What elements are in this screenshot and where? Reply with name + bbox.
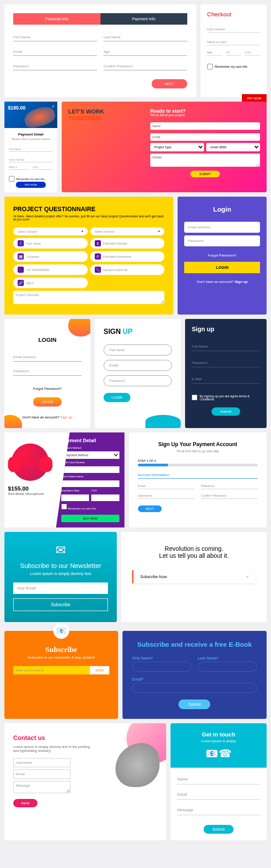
password-input[interactable] [184,235,260,246]
name-on-card-input[interactable] [207,39,260,45]
email-input[interactable] [13,769,71,779]
subject-select[interactable] [18,230,79,233]
card-number-input[interactable] [9,157,53,162]
holder-input[interactable] [61,480,119,487]
password-input[interactable] [13,62,97,70]
signup-link[interactable]: Sign up [235,280,248,284]
service-select[interactable] [95,230,156,233]
email-input[interactable] [177,790,260,800]
signup-navy-card: Sign up By signing up you are agree term… [185,319,267,428]
link-icon: 🔗 [18,280,24,286]
q-title: PROJECT QUESTIONNAIRE [13,205,164,212]
next-button[interactable]: NEXT [138,505,162,512]
send-button[interactable]: SEND [90,666,109,674]
expiry-input[interactable] [61,494,89,501]
lastname-input[interactable] [198,662,257,672]
remember-checkbox[interactable]: Remember my card info [61,507,96,510]
newsletter-title: Subscribe to our Newsletter [13,562,108,569]
first-name-input[interactable] [13,33,97,41]
login-button[interactable]: LOGIN [33,397,62,407]
full-name-input[interactable] [9,147,53,152]
login-button[interactable]: LOGIN [104,393,130,402]
fullname-input[interactable] [192,342,260,351]
timeframe-input[interactable] [103,255,160,258]
overview-input[interactable] [13,291,164,304]
time-icon: ⏱ [95,253,101,260]
email-input[interactable] [13,582,108,594]
confirm-password-input[interactable] [104,62,187,70]
next-button[interactable]: NEXT [152,79,187,88]
submit-button[interactable]: Submit [178,700,210,709]
message-input[interactable] [13,781,71,793]
message-input[interactable] [177,805,260,815]
revolution-subtitle: Let us tell you all about it. [132,552,256,559]
name-input[interactable] [26,242,83,245]
email-input[interactable] [132,683,257,693]
email-input[interactable] [192,375,260,384]
yy-input[interactable] [226,50,241,56]
password-input[interactable] [192,359,260,367]
phone-input[interactable] [26,268,83,271]
url-input[interactable] [26,282,83,285]
username-input[interactable] [13,758,71,767]
card-input[interactable] [61,466,119,473]
company-input[interactable] [26,255,83,258]
remember-checkbox[interactable]: Remember my card info [207,64,260,70]
phone-icon: 📞 [18,267,24,273]
email-input[interactable] [138,483,195,489]
price-label: $155.00 [8,485,52,492]
method-label: Payment Method [61,447,119,449]
email-input[interactable] [104,360,172,371]
project-type-select[interactable]: Project Type [150,143,204,151]
send-button[interactable]: Send [13,799,37,807]
budget-icon: $ [95,240,101,246]
name-input[interactable] [177,774,260,784]
subscribe-button[interactable]: Subscribe [13,598,108,611]
name-input[interactable] [150,122,260,130]
ebook-card: Subscribe and receive a free E-Book Firs… [123,631,267,719]
details-input[interactable] [150,154,260,167]
firstname-input[interactable] [132,662,191,672]
email-input[interactable] [13,353,82,362]
cvv-input[interactable] [245,50,260,56]
cvv-input[interactable] [91,494,119,501]
forgot-link[interactable]: Forgot Password? [13,387,82,391]
expiry-input[interactable] [9,165,29,170]
method-select[interactable]: Payment Method [61,451,119,459]
remember-checkbox[interactable] [9,176,15,182]
terms-checkbox[interactable]: By signing up you are agree terms & Cond… [192,395,260,401]
mm-input[interactable] [207,50,223,56]
submit-button[interactable]: Submit [204,825,234,834]
signup-link[interactable]: Sign up [60,415,72,419]
password-input[interactable] [104,375,172,386]
submit-button[interactable]: Submit [212,407,240,416]
login-title: Login [184,205,260,213]
budget-input[interactable] [103,242,160,245]
username-input[interactable] [138,493,195,499]
login-button[interactable]: LOGIN [184,262,260,273]
submit-button[interactable]: SUBMIT [190,171,219,177]
file-input[interactable] [103,268,160,271]
tab-personal[interactable]: Personal Info [13,13,100,25]
email-input[interactable] [150,133,260,141]
email-input[interactable] [184,222,260,233]
tab-payment[interactable]: Payment Info [100,13,188,25]
fullname-input[interactable] [104,344,172,355]
cvv-input[interactable] [33,165,53,170]
work-title: LET'S WORKTOGETHER! [68,108,141,121]
subscribe-button[interactable]: Subscribe Now → [132,570,256,583]
password-input[interactable] [13,367,82,376]
pay-now-button[interactable]: PAY NOW [16,182,45,188]
buy-button[interactable]: BUY NOW [61,515,119,522]
email-input[interactable] [13,666,90,674]
email-input[interactable] [13,48,97,56]
budget-select[interactable]: Under $500 [206,143,260,151]
work-together-card: LET'S WORKTOGETHER! Ready to start? Tell… [62,102,267,192]
password-input[interactable] [201,483,258,489]
last-name-input[interactable] [104,33,187,41]
card-number-input[interactable] [207,26,260,33]
touch-subtitle: Lorem ipsum is simply [178,739,259,743]
age-input[interactable] [104,48,187,56]
confirm-input[interactable] [201,493,258,499]
forgot-link[interactable]: Forgot Password? [184,253,260,257]
